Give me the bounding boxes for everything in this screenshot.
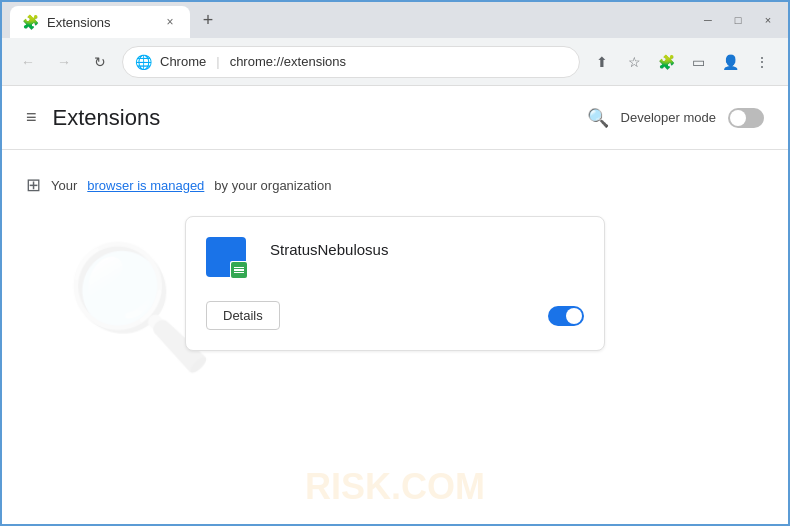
extension-card: StratusNebulosus Details	[185, 216, 605, 351]
main-content: ⊞ Your browser is managed by your organi…	[2, 150, 788, 526]
chrome-label: Chrome	[160, 54, 206, 69]
developer-mode-toggle[interactable]	[728, 108, 764, 128]
sidebar-button[interactable]: ▭	[684, 48, 712, 76]
title-bar: 🧩 Extensions × + ─ □ ×	[2, 2, 788, 38]
maximize-button[interactable]: □	[726, 11, 750, 29]
profile-button[interactable]: 👤	[716, 48, 744, 76]
minimize-button[interactable]: ─	[696, 11, 720, 29]
more-button[interactable]: ⋮	[748, 48, 776, 76]
spreadsheet-icon	[231, 262, 247, 278]
spreadsheet-line-2	[234, 269, 244, 271]
url-bar[interactable]: 🌐 Chrome | chrome://extensions	[122, 46, 580, 78]
tab-extensions-icon: 🧩	[22, 14, 39, 30]
url-separator: |	[216, 54, 219, 69]
managed-text-post: by your organization	[214, 178, 331, 193]
spreadsheet-line-3	[234, 272, 244, 274]
details-button[interactable]: Details	[206, 301, 280, 330]
managed-notice: ⊞ Your browser is managed by your organi…	[26, 174, 764, 196]
extension-icon-main	[206, 237, 246, 277]
forward-button[interactable]: →	[50, 48, 78, 76]
tab-label: Extensions	[47, 15, 154, 30]
extension-card-bottom: Details	[206, 301, 584, 330]
address-bar: ← → ↻ 🌐 Chrome | chrome://extensions ⬆ ☆…	[2, 38, 788, 86]
new-tab-button[interactable]: +	[194, 6, 222, 34]
page-title: Extensions	[53, 105, 161, 131]
hamburger-menu-button[interactable]: ≡	[26, 107, 37, 128]
url-path: chrome://extensions	[230, 54, 346, 69]
managed-text-pre: Your	[51, 178, 77, 193]
extension-icon	[206, 237, 254, 285]
spreadsheet-line-1	[234, 267, 244, 269]
toolbar-icons: ⬆ ☆ 🧩 ▭ 👤 ⋮	[588, 48, 776, 76]
extensions-button[interactable]: 🧩	[652, 48, 680, 76]
search-button[interactable]: 🔍	[587, 107, 609, 129]
close-button[interactable]: ×	[756, 11, 780, 29]
site-icon: 🌐	[135, 54, 152, 70]
extension-card-top: StratusNebulosus	[206, 237, 584, 285]
managed-icon: ⊞	[26, 174, 41, 196]
tab-close-button[interactable]: ×	[162, 14, 178, 30]
extension-enable-toggle[interactable]	[548, 306, 584, 326]
extension-name: StratusNebulosus	[270, 237, 388, 258]
spreadsheet-lines	[234, 267, 244, 274]
back-button[interactable]: ←	[14, 48, 42, 76]
page-content: 🔍 97 ≡ Extensions 🔍 Developer mode ⊞ You…	[2, 86, 788, 526]
extensions-header: ≡ Extensions 🔍 Developer mode	[2, 86, 788, 150]
refresh-button[interactable]: ↻	[86, 48, 114, 76]
active-tab[interactable]: 🧩 Extensions ×	[10, 6, 190, 38]
managed-link[interactable]: browser is managed	[87, 178, 204, 193]
bookmark-button[interactable]: ☆	[620, 48, 648, 76]
header-right: 🔍 Developer mode	[587, 107, 764, 129]
developer-mode-label: Developer mode	[621, 110, 716, 125]
window-controls: ─ □ ×	[696, 11, 780, 29]
share-button[interactable]: ⬆	[588, 48, 616, 76]
